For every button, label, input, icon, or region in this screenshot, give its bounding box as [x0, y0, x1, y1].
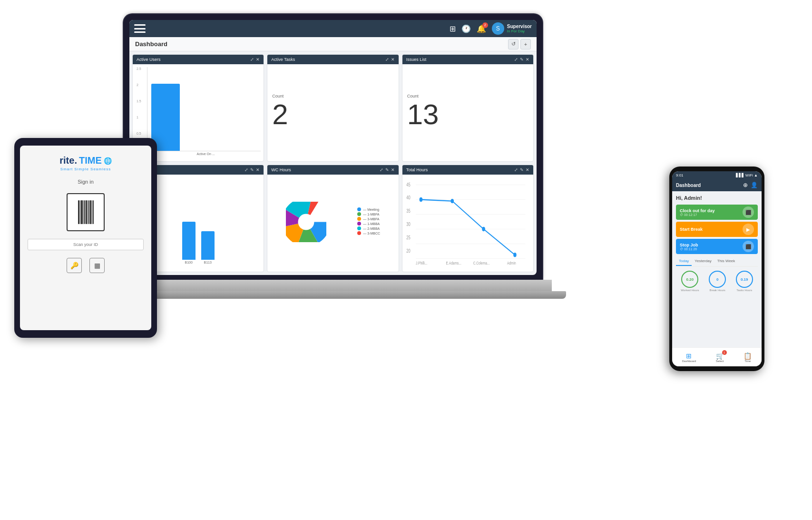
logo-time: TIME — [79, 155, 102, 166]
bar-active-on — [151, 84, 180, 151]
widget-header-active-tasks: Active Tasks ⤢ ✕ — [267, 55, 398, 64]
bar-label: Active On ... — [151, 152, 261, 156]
widget-body-tasks: Count 2 — [267, 64, 398, 158]
phone-screen: 9:01 ▋▋▋ WiFi ▲ Dashboard ⊕ 👤 Hi, Admin!… — [672, 171, 762, 366]
nav-time[interactable]: 📋 Time — [744, 352, 752, 363]
nav-dashboard-icon: ⊞ — [686, 352, 692, 360]
bar-group-b113: B113 — [201, 231, 215, 264]
expand-icon-issues[interactable]: ⤢ — [514, 57, 518, 62]
expand-icon[interactable]: ⤢ — [250, 57, 254, 62]
bar-label-b100: B100 — [185, 261, 192, 264]
notification-badge: 2 — [482, 22, 488, 28]
tab-today[interactable]: Today — [676, 257, 692, 266]
svg-text:35: 35 — [406, 208, 411, 214]
widget-active-tasks: Active Tasks ⤢ ✕ Count 2 — [267, 54, 399, 162]
dashboard-title: Dashboard — [135, 40, 167, 48]
menu-icon[interactable] — [134, 24, 146, 33]
phone: 9:01 ▋▋▋ WiFi ▲ Dashboard ⊕ 👤 Hi, Admin!… — [669, 167, 764, 371]
expand-icon-tasks[interactable]: ⤢ — [385, 57, 389, 62]
start-break-left: Start Break — [680, 227, 703, 232]
laptop-screen: ⊞ 🕐 🔔 2 S Supervisor In For Day — [129, 20, 537, 275]
stop-job-button[interactable]: Stop Job ⏱ 00:11:26 ⬛ — [676, 239, 758, 254]
expand-icon-bar2[interactable]: ⤢ — [245, 167, 248, 172]
metric-circle-tasks: 0.19 — [736, 271, 753, 288]
clock-out-stop-icon: ⬛ — [743, 206, 754, 218]
stop-job-left: Stop Job ⏱ 00:11:26 — [680, 243, 698, 251]
add-button[interactable]: + — [520, 39, 531, 49]
user-info[interactable]: S Supervisor In For Day — [492, 22, 532, 35]
nav-dashboard[interactable]: ⊞ Dashboard — [682, 352, 696, 363]
legend-1mbfa: — 1-MBFA — [357, 212, 380, 216]
refresh-button[interactable]: ↺ — [508, 39, 519, 49]
line-chart-area: 45 40 35 30 25 20 — [405, 177, 530, 266]
close-icon-tasks[interactable]: ✕ — [391, 57, 395, 62]
expand-icon-total[interactable]: ⤢ — [514, 167, 518, 172]
laptop: ⊞ 🕐 🔔 2 S Supervisor In For Day — [114, 14, 552, 347]
stop-job-text: Stop Job — [680, 243, 698, 247]
clock-icon[interactable]: 🕐 — [461, 24, 471, 33]
tab-yesterday[interactable]: Yesterday — [692, 257, 714, 266]
tablet-key-icon[interactable]: 🔑 — [67, 258, 82, 273]
close-icon-wc[interactable]: ✕ — [391, 167, 395, 172]
phone-time: 9:01 — [676, 173, 684, 177]
tablet-logo-area: rite. TIME 🌐 Smart Simple Seamless — [20, 146, 151, 177]
legend-2mbba: — 2-MBBA — [357, 226, 380, 230]
tablet-bottom-icons: 🔑 ▦ — [67, 258, 105, 273]
phone-user-icon[interactable]: 👤 — [751, 182, 758, 188]
phone-header-title: Dashboard — [676, 183, 701, 188]
svg-text:20: 20 — [406, 248, 411, 254]
nav-select[interactable]: 🛒 Select — [716, 352, 724, 363]
widget-title-active-users: Active Users — [137, 57, 161, 62]
grid-icon[interactable]: ⊞ — [450, 24, 456, 33]
pie-legend: — Meeting — 1-MBFA — 3-MBFA — [357, 207, 380, 236]
user-name: Supervisor — [507, 24, 532, 29]
widget-header-active-users: Active Users ⤢ ✕ — [133, 55, 264, 64]
count-number-tasks: 2 — [272, 100, 288, 129]
tablet-screen: rite. TIME 🌐 Smart Simple Seamless Sign … — [20, 146, 151, 330]
notification-bell[interactable]: 🔔 2 — [477, 24, 486, 33]
count-label-tasks: Count — [272, 94, 284, 98]
metric-worked-hours: 0.20 Worked Hours — [681, 271, 699, 292]
edit-icon-wc[interactable]: ✎ — [385, 167, 389, 172]
svg-text:45: 45 — [406, 181, 411, 187]
widget-body-issues: Count 13 — [402, 64, 533, 158]
legend-meeting: — Meeting — [357, 207, 380, 211]
widget-icons: ⤢ ✕ — [250, 57, 260, 62]
laptop-base-bottom — [100, 291, 566, 299]
edit-icon-issues[interactable]: ✎ — [520, 57, 524, 62]
barcode-inner — [78, 200, 94, 224]
edit-icon-total[interactable]: ✎ — [520, 167, 524, 172]
tablet-logo: rite. TIME 🌐 — [59, 155, 111, 166]
widget-header-issues: Issues List ⤢ ✎ ✕ — [402, 55, 533, 64]
svg-text:30: 30 — [406, 221, 411, 227]
metric-circle-break: 0 — [709, 271, 726, 288]
svg-point-18 — [419, 197, 422, 202]
clock-out-button[interactable]: Clock out for day ⏱ 00:12:17 ⬛ — [676, 205, 758, 220]
svg-point-19 — [450, 199, 454, 203]
close-icon-bar2[interactable]: ✕ — [256, 167, 260, 172]
metric-label-tasks: Tasks Hours — [736, 289, 752, 292]
count-number-issues: 13 — [407, 100, 439, 129]
close-icon-total[interactable]: ✕ — [526, 167, 529, 172]
svg-text:C.Colema...: C.Colema... — [473, 261, 489, 265]
tab-this-week[interactable]: This Week — [714, 257, 738, 266]
metric-tasks-hours: 0.19 Tasks Hours — [736, 271, 753, 292]
scene: ⊞ 🕐 🔔 2 S Supervisor In For Day — [0, 0, 812, 520]
close-icon[interactable]: ✕ — [256, 57, 260, 62]
tablet: rite. TIME 🌐 Smart Simple Seamless Sign … — [14, 138, 157, 338]
svg-text:J.Philli...: J.Philli... — [416, 261, 427, 265]
phone-header: Dashboard ⊕ 👤 — [672, 179, 762, 191]
widget-icons-total: ⤢ ✎ ✕ — [514, 167, 529, 172]
widget-issues-list: Issues List ⤢ ✎ ✕ Count 13 — [402, 54, 534, 162]
scan-id-input[interactable] — [28, 239, 144, 250]
expand-icon-wc[interactable]: ⤢ — [380, 167, 383, 172]
phone-plus-icon[interactable]: ⊕ — [743, 182, 748, 188]
stop-job-stop-icon: ⬛ — [743, 241, 754, 252]
tablet-signin-label: Sign in — [78, 179, 94, 185]
tablet-barcode-icon[interactable]: ▦ — [89, 258, 105, 273]
start-break-button[interactable]: Start Break ▶ — [676, 222, 758, 237]
close-icon-issues[interactable]: ✕ — [526, 57, 529, 62]
widget-icons-wc: ⤢ ✎ ✕ — [380, 167, 395, 172]
edit-icon-bar2[interactable]: ✎ — [250, 167, 254, 172]
metric-label-worked: Worked Hours — [681, 289, 699, 292]
